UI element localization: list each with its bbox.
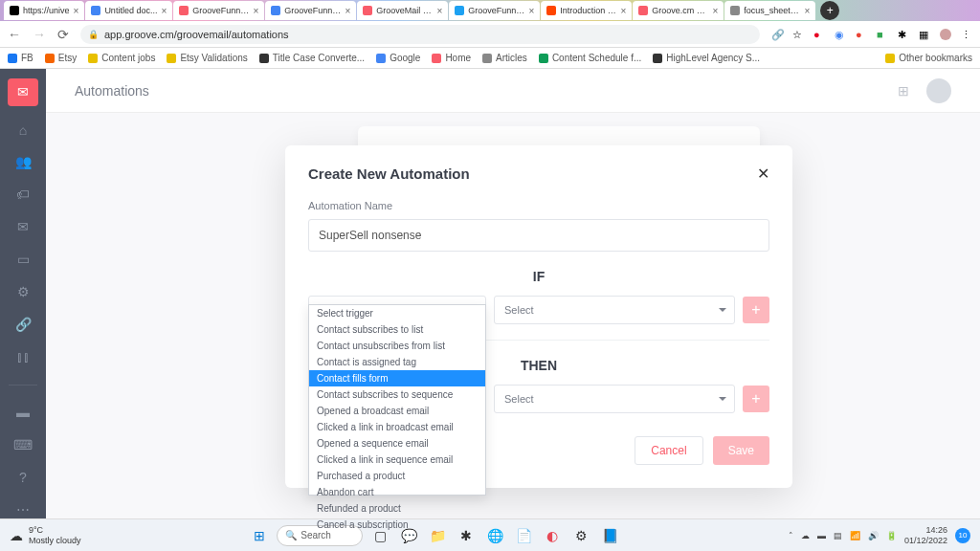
ext-icon[interactable]: ◉ — [835, 29, 846, 40]
dropdown-option[interactable]: Contact subscribes to sequence — [309, 386, 485, 403]
trigger-dropdown[interactable]: Select triggerContact subscribes to list… — [308, 304, 486, 496]
dropdown-option[interactable]: Opened a sequence email — [309, 435, 485, 452]
reload-button[interactable]: ⟳ — [57, 27, 69, 42]
cancel-button[interactable]: Cancel — [635, 436, 702, 465]
tray-chevron-icon[interactable]: ˄ — [789, 531, 793, 540]
forward-button[interactable]: → — [33, 27, 46, 42]
close-icon[interactable]: × — [436, 6, 442, 16]
close-button[interactable]: ✕ — [757, 165, 769, 183]
avatar[interactable] — [926, 78, 951, 103]
sidebar-contacts-icon[interactable]: 👥 — [13, 153, 33, 170]
wifi-icon[interactable]: 📶 — [850, 531, 860, 540]
browser-tab[interactable]: Introduction I...× — [541, 1, 632, 20]
close-icon[interactable]: × — [712, 6, 718, 16]
sidebar-sms-icon[interactable]: ⌨ — [13, 436, 33, 453]
notification-badge[interactable]: 10 — [955, 528, 970, 543]
sidebar-flag-icon[interactable]: ▬ — [13, 404, 33, 421]
star-icon[interactable]: ☆ — [792, 29, 804, 40]
close-icon[interactable]: × — [528, 6, 534, 16]
bookmark-item[interactable]: Google — [376, 53, 420, 63]
bookmark-item[interactable]: Content jobs — [88, 53, 155, 63]
bookmark-item[interactable]: Home — [432, 53, 471, 63]
browser-tab[interactable]: https://unive× — [4, 1, 84, 20]
browser-tab[interactable]: focus_sheet1...× — [724, 1, 815, 20]
tray-lang-icon[interactable]: ▤ — [834, 531, 842, 540]
dropdown-option[interactable]: Contact subscribes to list — [309, 321, 485, 338]
close-icon[interactable]: × — [253, 6, 258, 16]
bookmark-item[interactable]: FB — [8, 53, 33, 63]
sidebar: ✉ ⌂ 👥 🏷 ✉ ▭ ⚙ 🔗 ⫿⫿ ▬ ⌨ ? ⋯ — [0, 69, 46, 518]
browser-tab[interactable]: GrooveFunne...× — [173, 1, 264, 20]
sidebar-envelope-icon[interactable]: ✉ — [13, 218, 33, 235]
add-then-button[interactable]: + — [743, 386, 769, 412]
puzzle-icon[interactable]: ✱ — [898, 29, 909, 40]
ext-icon[interactable]: ● — [813, 29, 825, 40]
bookmark-item[interactable]: Etsy Validations — [167, 53, 247, 63]
back-button[interactable]: ← — [8, 27, 21, 42]
share-icon[interactable]: 🔗 — [771, 29, 783, 40]
add-if-button[interactable]: + — [743, 297, 769, 323]
battery-icon[interactable]: 🔋 — [886, 531, 897, 540]
dropdown-option[interactable]: Contact fills form — [309, 370, 485, 386]
dropdown-option[interactable]: Cancel a subscription — [309, 517, 485, 533]
weather-widget[interactable]: ☁ 9°CMostly cloudy — [10, 525, 81, 546]
bookmark-item[interactable]: Content Schedule f... — [539, 53, 641, 63]
close-icon[interactable]: × — [620, 6, 626, 16]
sidebar-tag-icon[interactable]: 🏷 — [13, 186, 33, 203]
volume-icon[interactable]: 🔊 — [868, 531, 879, 540]
libreoffice-icon[interactable]: 📘 — [598, 524, 621, 547]
start-button[interactable]: ⊞ — [248, 524, 271, 547]
clock[interactable]: 14:26 01/12/2022 — [904, 525, 947, 546]
sidebar-automation-icon[interactable]: ⚙ — [13, 283, 33, 300]
browser-tab[interactable]: Groove.cm G...× — [633, 1, 724, 20]
browser-tab[interactable]: GrooveFunne...× — [449, 1, 540, 20]
browser-tab-active[interactable]: GrooveMail - C× — [357, 1, 448, 20]
bookmark-item[interactable]: HighLevel Agency S... — [653, 53, 760, 63]
sidebar-link-icon[interactable]: 🔗 — [13, 316, 33, 333]
favicon-icon — [91, 6, 100, 15]
ext-icon[interactable]: ● — [856, 29, 867, 40]
close-icon[interactable]: × — [345, 6, 350, 16]
settings-icon[interactable]: ⚙ — [569, 524, 592, 547]
close-icon[interactable]: × — [804, 6, 810, 16]
dropdown-option[interactable]: Clicked a link in sequence email — [309, 452, 485, 468]
app-icon[interactable]: ◐ — [541, 524, 564, 547]
sidebar-home-icon[interactable]: ⌂ — [13, 121, 33, 139]
dropdown-option[interactable]: Refunded a product — [309, 500, 485, 517]
dropdown-option[interactable]: Select trigger — [309, 305, 485, 321]
tray-icon[interactable]: ▬ — [817, 531, 826, 540]
automation-name-input[interactable] — [308, 219, 769, 252]
if-value-select[interactable]: Select — [494, 296, 735, 324]
dropdown-option[interactable]: Abandon cart — [309, 484, 485, 500]
sidebar-mail-icon[interactable]: ✉ — [8, 78, 38, 106]
sidebar-analytics-icon[interactable]: ⫿⫿ — [13, 348, 33, 365]
bookmark-item[interactable]: Etsy — [45, 53, 77, 63]
other-bookmarks[interactable]: Other bookmarks — [885, 53, 972, 63]
dropdown-option[interactable]: Contact is assigned tag — [309, 354, 485, 370]
apps-grid-icon[interactable]: ⊞ — [898, 83, 913, 99]
bookmark-item[interactable]: Articles — [482, 53, 527, 63]
sidebar-form-icon[interactable]: ▭ — [13, 251, 33, 268]
close-icon[interactable]: × — [161, 6, 167, 16]
new-tab-button[interactable]: + — [820, 1, 839, 20]
app-icon[interactable]: 📄 — [512, 524, 535, 547]
ext-icon[interactable]: ■ — [877, 29, 888, 40]
dropdown-option[interactable]: Opened a broadcast email — [309, 403, 485, 419]
then-value-select[interactable]: Select — [494, 385, 735, 413]
close-icon[interactable]: × — [74, 6, 79, 16]
browser-tab[interactable]: Untitled doc...× — [85, 1, 172, 20]
dropdown-option[interactable]: Clicked a link in broadcast email — [309, 419, 485, 435]
profile-icon[interactable] — [940, 29, 951, 40]
dropdown-option[interactable]: Purchased a product — [309, 468, 485, 484]
sidebar-help-icon[interactable]: ? — [13, 469, 33, 486]
sidebar-more-icon[interactable]: ⋯ — [13, 501, 33, 518]
browser-tab[interactable]: GrooveFunne...× — [265, 1, 356, 20]
bookmark-item[interactable]: Title Case Converte... — [259, 53, 365, 63]
tray-cloud-icon[interactable]: ☁ — [801, 531, 810, 540]
url-input[interactable]: 🔒 app.groove.cm/groovemail/automations — [80, 25, 760, 44]
menu-icon[interactable]: ⋮ — [961, 29, 972, 40]
chrome-icon[interactable]: 🌐 — [483, 524, 506, 547]
save-button[interactable]: Save — [713, 436, 769, 465]
ext-icon[interactable]: ▦ — [919, 29, 930, 40]
dropdown-option[interactable]: Contact unsubscribes from list — [309, 338, 485, 354]
